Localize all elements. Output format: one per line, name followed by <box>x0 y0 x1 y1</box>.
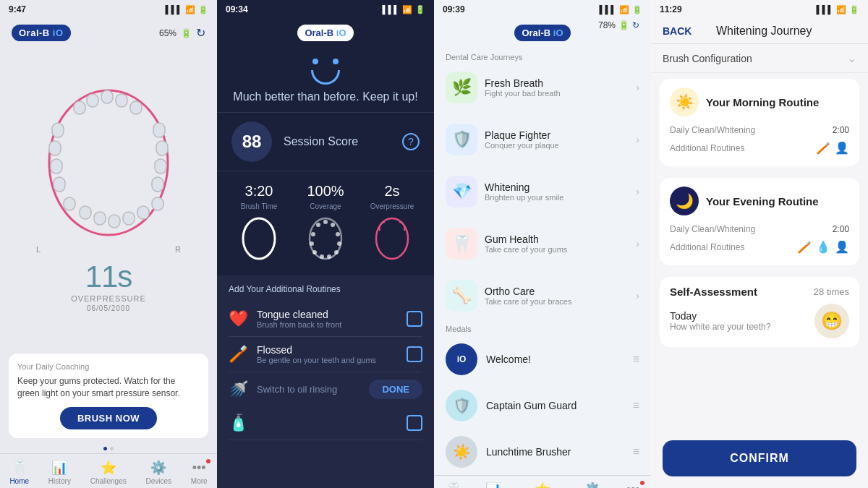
ortho-desc: Take care of your braces <box>485 297 636 306</box>
routine-flossed-text: Flossed Be gentle on your teeth and gums <box>257 344 398 364</box>
stat-lbl-1: Coverage <box>310 202 341 210</box>
time-2: 09:34 <box>226 4 248 14</box>
svg-point-24 <box>323 220 328 224</box>
evening-icon-drop: 💧 <box>816 240 830 254</box>
plaque-text: Plaque Fighter Conquer your plaque <box>485 129 636 150</box>
welcome-menu[interactable]: ≡ <box>633 353 639 366</box>
svg-rect-7 <box>49 141 61 155</box>
morning-icon-floss: 🪥 <box>816 141 830 155</box>
nav-history-3[interactable]: 📊 History <box>482 481 505 488</box>
ortho-icon: 🦴 <box>446 280 477 312</box>
nav-home-3[interactable]: 🦷 Home <box>443 481 463 488</box>
stat-overpressure: 2s Overpressure <box>362 183 422 264</box>
tongue-checkbox[interactable] <box>407 311 422 327</box>
rinsed-icon: 🚿 <box>229 380 248 399</box>
battery-icon-1: 🔋 <box>181 28 192 38</box>
home-icon-1: 🦷 <box>12 460 27 476</box>
dot-1 <box>103 447 107 450</box>
morning-routine-card: ☀️ Your Morning Routine Daily Clean/Whit… <box>660 79 859 166</box>
journey-plaque[interactable]: 🛡️ Plaque Fighter Conquer your plaque › <box>434 116 651 163</box>
coaching-text: Keep your gums protected. Watch for the … <box>17 375 200 400</box>
stat-val-2: 2s <box>384 183 399 200</box>
status-icons-4: ▌▌▌ 📶 🔋 <box>817 5 859 14</box>
chevron-whitening: › <box>636 186 639 197</box>
nav-history-1[interactable]: 📊 History <box>48 460 71 485</box>
routine-tongue-sub: Brush from back to front <box>257 320 398 329</box>
done-button[interactable]: DONE <box>369 380 422 399</box>
extra-checkbox[interactable] <box>407 415 422 431</box>
chevron-gum: › <box>636 238 639 249</box>
nav-more-3[interactable]: ••• More <box>625 482 642 489</box>
evening-title: Your Evening Routine <box>706 195 819 207</box>
nav-devices-1[interactable]: ⚙️ Devices <box>145 460 171 485</box>
nav-devices-3[interactable]: ⚙️ Devices <box>579 481 605 488</box>
battery-2: 🔋 <box>415 5 425 14</box>
svg-rect-14 <box>64 197 75 210</box>
brush-now-button[interactable]: BRUSH NOW <box>60 407 157 429</box>
routine-tongue: ❤️ Tongue cleaned Brush from back to fro… <box>229 301 422 337</box>
evening-icon-person: 👤 <box>835 240 849 254</box>
svg-point-21 <box>243 218 275 259</box>
journey-whitening[interactable]: 💎 Whitening Brighten up your smile › <box>434 168 651 215</box>
expand-icon: ⌄ <box>847 51 856 65</box>
evening-detail-1: Daily Clean/Whitening 2:00 <box>670 221 849 237</box>
lr-labels: L R <box>36 245 181 254</box>
rinsed-text: Switch to oil rinsing <box>257 384 369 395</box>
journey-fresh-breath[interactable]: 🌿 Fresh Breath Fight your bad breath › <box>434 64 651 111</box>
svg-rect-15 <box>80 206 91 219</box>
journey-title: Whitening Journey <box>700 25 827 38</box>
help-icon[interactable]: ? <box>402 133 420 150</box>
svg-rect-3 <box>116 94 127 107</box>
back-button[interactable]: BACK <box>663 25 692 37</box>
morning-title: Your Morning Routine <box>706 96 819 108</box>
more-icon-1: ••• <box>192 461 206 476</box>
confirm-button[interactable]: CONFIRM <box>663 440 856 476</box>
medal-welcome: iO Welcome! ≡ <box>434 336 651 382</box>
welcome-icon: iO <box>446 343 477 375</box>
sa-today-label: Today <box>670 310 807 322</box>
status-bar-4: 11:29 ▌▌▌ 📶 🔋 <box>651 0 868 19</box>
refresh-3[interactable]: ↻ <box>632 20 639 30</box>
routine-rinsed: 🚿 Switch to oil rinsing DONE <box>229 372 422 406</box>
brush-config-row[interactable]: Brush Configuration ⌄ <box>651 44 868 73</box>
nav-home-label-1: Home <box>9 477 29 485</box>
sa-question: How white are your teeth? <box>670 322 807 332</box>
journey-ortho[interactable]: 🦴 Ortho Care Take care of your braces › <box>434 273 651 319</box>
morning-icon: ☀️ <box>670 87 699 116</box>
captain-menu[interactable]: ≡ <box>633 399 639 412</box>
sa-title: Self-Assessment <box>670 286 757 298</box>
nav-history-label-1: History <box>48 477 71 485</box>
smiley-face <box>217 47 434 90</box>
svg-point-26 <box>311 232 315 236</box>
routine-flossed-name: Flossed <box>257 344 398 356</box>
refresh-icon-1[interactable]: ↻ <box>196 26 205 40</box>
nav-more-1[interactable]: ••• More <box>191 461 208 485</box>
battery-info-1: 65% 🔋 ↻ <box>159 26 205 40</box>
battery-icon: 🔋 <box>198 5 208 14</box>
svg-point-23 <box>316 223 320 227</box>
svg-point-25 <box>331 223 335 227</box>
lunchtime-menu[interactable]: ≡ <box>633 445 639 458</box>
floss-checkbox[interactable] <box>407 346 422 362</box>
svg-point-33 <box>327 254 331 259</box>
app-header-3: Oral-B iO 78% 🔋 ↻ <box>434 19 651 47</box>
svg-point-29 <box>337 241 341 246</box>
brush-config-text: Brush Configuration <box>663 53 752 64</box>
dot-2 <box>110 447 114 450</box>
chevron-plaque: › <box>636 134 639 145</box>
oral-b-logo-2: Oral-B iO <box>297 25 353 41</box>
oral-b-logo-1: Oral-B iO <box>12 25 71 41</box>
evening-icon: 🌙 <box>670 187 699 215</box>
ortho-text: Ortho Care Take care of your braces <box>485 286 636 306</box>
wifi-3: 📶 <box>619 5 629 14</box>
svg-rect-19 <box>137 206 149 219</box>
journey-gum[interactable]: 🦷 Gum Health Take care of your gums › <box>434 221 651 267</box>
panel-whitening-journey: 11:29 ▌▌▌ 📶 🔋 BACK Whitening Journey Bru… <box>651 0 868 488</box>
nav-challenges-1[interactable]: ⭐ Challenges <box>90 460 127 485</box>
sa-header: Self-Assessment 28 times <box>670 286 849 298</box>
session-message: Much better than before. Keep it up! <box>217 90 434 112</box>
nav-challenges-3[interactable]: ⭐ Challenges <box>524 481 561 488</box>
nav-home-1[interactable]: 🦷 Home <box>9 460 29 485</box>
status-bar-1: 9:47 ▌▌▌ 📶 🔋 <box>0 0 217 19</box>
evening-clean-label: Daily Clean/Whitening <box>670 224 755 234</box>
